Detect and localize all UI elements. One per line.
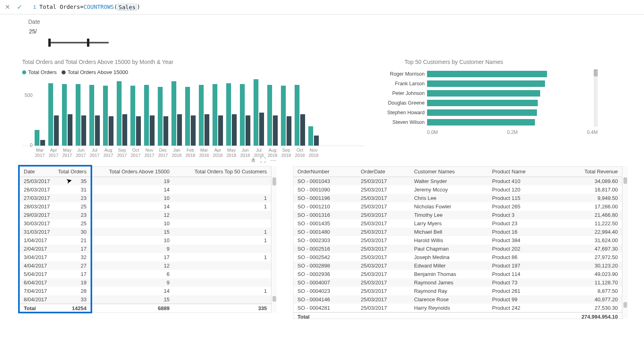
- hbar-plot-area[interactable]: Roger MorrisonFrank LarsonPeter JohnsonD…: [380, 69, 594, 127]
- bar-group[interactable]: [89, 85, 100, 146]
- scrollbar-thumb[interactable]: [272, 177, 276, 185]
- table-row[interactable]: SO - 000402325/03/2017Raymond RayProduct…: [293, 287, 622, 295]
- bar-group[interactable]: [62, 84, 73, 146]
- hbar-row[interactable]: Stephen Howard: [380, 108, 590, 117]
- bar-total-orders[interactable]: [62, 84, 67, 146]
- bar-total-orders[interactable]: [308, 126, 313, 146]
- bar-group[interactable]: [75, 84, 87, 146]
- col-header[interactable]: Total Revenue: [553, 167, 622, 177]
- bar-total-orders[interactable]: [89, 85, 94, 146]
- bar-total-orders[interactable]: [240, 84, 245, 146]
- bar-total-orders[interactable]: [130, 86, 135, 146]
- bar-group[interactable]: [157, 87, 169, 146]
- bar-total-orders[interactable]: [144, 85, 149, 146]
- orders-detail-table[interactable]: OrderNumber OrderDate Customer Names Pro…: [293, 166, 628, 319]
- bar-above-15000[interactable]: [273, 115, 278, 146]
- table-row[interactable]: 28/03/201725141: [20, 202, 271, 211]
- table-row[interactable]: SO - 000121025/03/2017Nicholas FowlerPro…: [293, 202, 622, 211]
- bar-group[interactable]: [226, 83, 237, 146]
- table-row[interactable]: SO - 000143525/03/2017Larry MyersProduct…: [293, 219, 622, 228]
- bar-group[interactable]: [48, 83, 59, 146]
- col-header[interactable]: Date: [20, 167, 54, 177]
- bar-group[interactable]: [116, 81, 128, 146]
- bar-group[interactable]: [130, 86, 141, 146]
- table-row[interactable]: SO - 000104325/03/2017Walter SnyderProdu…: [293, 177, 622, 186]
- table-row[interactable]: 27/03/201723101: [20, 194, 271, 202]
- date-slicer[interactable]: Date 25/: [0, 14, 644, 47]
- bar-above-15000[interactable]: [81, 115, 86, 146]
- bar-group[interactable]: [253, 79, 264, 146]
- bar-above-15000[interactable]: [163, 116, 168, 146]
- bar-above-15000[interactable]: [40, 140, 45, 146]
- bar-above-15000[interactable]: [68, 114, 72, 146]
- table-scrollbar[interactable]: [271, 166, 277, 313]
- bar-total-orders[interactable]: [76, 84, 80, 146]
- orders-column-chart[interactable]: Total Orders and Total Orders Above 1500…: [22, 59, 364, 158]
- bar-total-orders[interactable]: [281, 86, 286, 146]
- table-scrollbar[interactable]: [622, 166, 628, 319]
- bar-above-15000[interactable]: [259, 113, 264, 146]
- bar-above-15000[interactable]: [54, 115, 59, 146]
- table-row[interactable]: 8/04/20173315: [20, 295, 271, 304]
- scrollbar-thumb[interactable]: [623, 177, 627, 184]
- bar-group[interactable]: [198, 85, 210, 146]
- hbar-row[interactable]: Peter Johnson: [380, 88, 590, 98]
- filter-icon[interactable]: ⋔: [251, 156, 256, 164]
- table-row[interactable]: 31/03/201730151: [20, 228, 271, 236]
- slicer-slider[interactable]: [48, 39, 109, 47]
- table-row[interactable]: 25/03/20173519: [20, 177, 271, 186]
- slider-handle-start[interactable]: [48, 39, 51, 47]
- scrollbar-thumb[interactable]: [594, 69, 598, 76]
- table-row[interactable]: SO - 000428125/03/2017Harry ReynoldsProd…: [293, 304, 622, 313]
- col-header[interactable]: Total Orders: [54, 167, 91, 177]
- bar-total-orders[interactable]: [185, 87, 190, 146]
- bar-above-15000[interactable]: [204, 114, 209, 146]
- bar-plot-area[interactable]: 500 0: [22, 78, 364, 146]
- hbar-fill[interactable]: [427, 119, 535, 125]
- more-icon[interactable]: ⋯: [270, 156, 276, 164]
- bar-above-15000[interactable]: [300, 114, 305, 146]
- col-header[interactable]: OrderNumber: [293, 167, 357, 177]
- bar-above-15000[interactable]: [122, 114, 127, 146]
- table-row[interactable]: 5/04/2017176: [20, 270, 271, 278]
- bar-above-15000[interactable]: [109, 116, 114, 146]
- bar-above-15000[interactable]: [246, 115, 250, 146]
- hbar-row[interactable]: Frank Larson: [380, 79, 590, 88]
- table-row[interactable]: SO - 000148025/03/2017Michael BellProduc…: [293, 228, 622, 236]
- bar-above-15000[interactable]: [150, 115, 155, 146]
- hbar-fill[interactable]: [427, 80, 545, 87]
- col-header[interactable]: Total Orders Above 15000: [91, 167, 173, 177]
- bar-group[interactable]: [239, 84, 251, 146]
- table-row[interactable]: 26/03/20173114: [20, 185, 271, 194]
- hbar-fill[interactable]: [427, 100, 538, 106]
- bar-group[interactable]: [171, 81, 182, 146]
- table-row[interactable]: SO - 000254225/03/2017Joseph MedinaProdu…: [293, 253, 622, 261]
- bar-group[interactable]: [144, 85, 155, 146]
- chart-scrollbar[interactable]: [594, 69, 598, 127]
- bar-group[interactable]: [308, 126, 319, 146]
- col-header[interactable]: Customer Names: [410, 167, 488, 177]
- table-row[interactable]: SO - 000293625/03/2017Benjamin ThomasPro…: [293, 270, 622, 278]
- table-row[interactable]: 1/04/201721101: [20, 236, 271, 245]
- table-row[interactable]: SO - 000119625/03/2017Chris LeeProduct 1…: [293, 194, 622, 202]
- slider-handle-end[interactable]: [87, 39, 89, 47]
- customers-bar-chart[interactable]: Top 50 Customers by Customer Names Roger…: [380, 59, 598, 158]
- hbar-row[interactable]: Roger Morrison: [380, 69, 590, 79]
- bar-total-orders[interactable]: [35, 130, 39, 146]
- hbar-fill[interactable]: [427, 109, 537, 116]
- hbar-fill[interactable]: [427, 71, 547, 77]
- formula-text[interactable]: Total Orders = COUNTROWS ( Sales ): [39, 4, 140, 11]
- bar-group[interactable]: [34, 130, 45, 146]
- bar-above-15000[interactable]: [95, 115, 100, 146]
- col-header[interactable]: Total Orders Top 50 Customers: [173, 167, 271, 177]
- table-row[interactable]: SO - 000414625/03/2017Clarence RoseProdu…: [293, 295, 622, 304]
- col-header[interactable]: Product Name: [488, 167, 553, 177]
- table-row[interactable]: 30/03/20172510: [20, 219, 271, 228]
- bar-group[interactable]: [267, 85, 278, 146]
- table-row[interactable]: SO - 000251625/03/2017Paul ChapmanProduc…: [293, 245, 622, 253]
- bar-group[interactable]: [212, 84, 223, 146]
- bar-total-orders[interactable]: [295, 85, 299, 146]
- bar-total-orders[interactable]: [226, 83, 231, 146]
- table-row[interactable]: SO - 000400725/03/2017Raymond JamesProdu…: [293, 278, 622, 287]
- bar-total-orders[interactable]: [254, 79, 258, 146]
